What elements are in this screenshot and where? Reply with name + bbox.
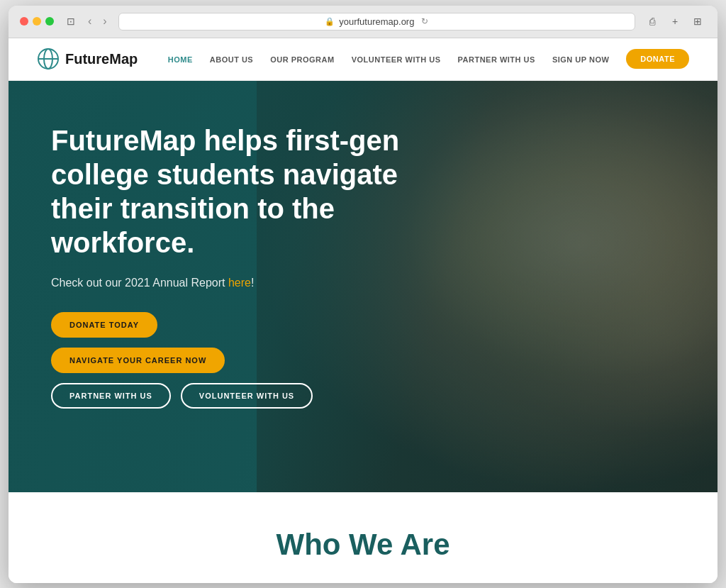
nav-volunteer[interactable]: VOLUNTEER WITH US bbox=[352, 55, 441, 64]
hero-section: FutureMap helps first-gen college studen… bbox=[9, 81, 717, 492]
browser-actions: ⎙ + ⊞ bbox=[644, 13, 706, 30]
back-button[interactable]: ‹ bbox=[85, 13, 94, 29]
share-button[interactable]: ⎙ bbox=[644, 13, 661, 30]
nav-signup[interactable]: SIGN UP NOW bbox=[552, 55, 609, 64]
new-tab-button[interactable]: + bbox=[666, 13, 683, 30]
browser-nav: ⊡ ‹ › bbox=[62, 13, 110, 30]
nav-menu: HOME ABOUT US OUR PROGRAM VOLUNTEER WITH… bbox=[168, 49, 689, 69]
lock-icon: 🔒 bbox=[325, 17, 335, 26]
logo-icon bbox=[37, 48, 60, 70]
website-content: FutureMap HOME ABOUT US OUR PROGRAM VOLU… bbox=[9, 38, 717, 583]
browser-dots bbox=[20, 17, 54, 26]
logo-link[interactable]: FutureMap bbox=[37, 48, 138, 70]
nav-about[interactable]: ABOUT US bbox=[210, 55, 253, 64]
hero-subtitle-after: ! bbox=[251, 277, 254, 289]
hero-subtitle: Check out our 2021 Annual Report here! bbox=[51, 277, 406, 289]
sidebar-toggle-button[interactable]: ⊡ bbox=[62, 13, 79, 30]
logo-text: FutureMap bbox=[65, 51, 138, 67]
who-we-are-section: Who We Are bbox=[9, 492, 717, 583]
who-we-are-title: Who We Are bbox=[37, 528, 689, 562]
nav-program[interactable]: OUR PROGRAM bbox=[270, 55, 334, 64]
browser-window: ⊡ ‹ › 🔒 yourfuturemap.org ↻ ⎙ + ⊞ Futur bbox=[9, 6, 717, 583]
forward-button[interactable]: › bbox=[100, 13, 109, 29]
annual-report-link[interactable]: here bbox=[228, 277, 251, 289]
reload-icon[interactable]: ↻ bbox=[421, 16, 428, 26]
partner-with-us-button[interactable]: PARTNER WITH US bbox=[51, 383, 171, 409]
nav-partner[interactable]: PARTNER WITH US bbox=[458, 55, 535, 64]
hero-title: FutureMap helps first-gen college studen… bbox=[51, 123, 406, 260]
browser-titlebar: ⊡ ‹ › 🔒 yourfuturemap.org ↻ ⎙ + ⊞ bbox=[9, 6, 717, 38]
navbar: FutureMap HOME ABOUT US OUR PROGRAM VOLU… bbox=[9, 38, 717, 81]
url-text: yourfuturemap.org bbox=[339, 16, 414, 27]
close-dot[interactable] bbox=[20, 17, 28, 26]
hero-subtitle-text: Check out our 2021 Annual Report bbox=[51, 277, 228, 289]
donate-nav-button[interactable]: DONATE bbox=[626, 49, 689, 69]
hero-buttons: DONATE TODAY NAVIGATE YOUR CAREER NOW PA… bbox=[51, 312, 406, 409]
volunteer-with-us-button[interactable]: VOLUNTEER WITH US bbox=[181, 383, 313, 409]
navigate-career-button[interactable]: NAVIGATE YOUR CAREER NOW bbox=[51, 348, 225, 373]
tab-overview-button[interactable]: ⊞ bbox=[689, 13, 706, 30]
nav-home[interactable]: HOME bbox=[168, 55, 193, 64]
hero-content: FutureMap helps first-gen college studen… bbox=[9, 81, 448, 451]
donate-today-button[interactable]: DONATE TODAY bbox=[51, 312, 157, 338]
minimize-dot[interactable] bbox=[33, 17, 41, 26]
address-bar[interactable]: 🔒 yourfuturemap.org ↻ bbox=[118, 13, 635, 30]
hero-bottom-buttons: PARTNER WITH US VOLUNTEER WITH US bbox=[51, 383, 313, 409]
maximize-dot[interactable] bbox=[45, 17, 54, 26]
